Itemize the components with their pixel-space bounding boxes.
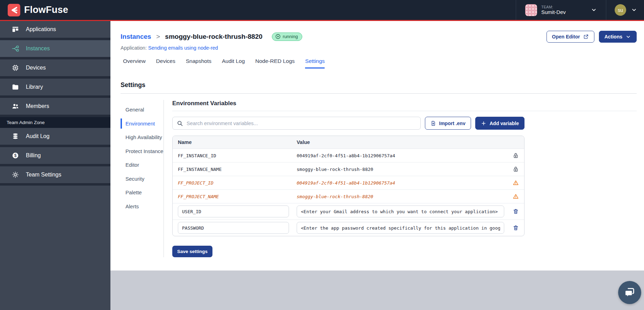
footer-area (110, 271, 644, 310)
env-var-row: FF_INSTANCE_NAME smoggy-blue-rock-thrush… (173, 163, 524, 176)
sidebar-filler (0, 186, 110, 310)
instance-tabs: OverviewDevicesSnapshotsAudit LogNode-RE… (121, 58, 637, 69)
settings-nav-item-palette[interactable]: Palette (121, 186, 164, 200)
settings-nav-item-security[interactable]: Security (121, 172, 164, 186)
audit-log-icon (12, 132, 19, 140)
breadcrumb: Instances > smoggy-blue-rock-thrush-8820 (121, 33, 262, 41)
env-var-row: PASSWORD <Enter the app password created… (173, 220, 524, 236)
chevron-down-icon (625, 34, 631, 39)
team-switcher[interactable]: TEAM: Sumit-Dev (516, 0, 606, 20)
sidebar-item-library[interactable]: Library (0, 79, 110, 98)
settings-nav-item-protect-instance[interactable]: Protect Instance (121, 144, 164, 158)
members-icon (12, 102, 19, 110)
sidebar-item-label: Team Settings (26, 172, 61, 178)
devices-icon (12, 64, 19, 72)
env-var-row: USER_ID <Enter your Gmail address to whi… (173, 203, 524, 220)
env-var-row: FF_PROJECT_ID 004919af-2cf0-4f51-a8b4-1b… (173, 176, 524, 190)
env-var-name-input[interactable] (178, 206, 289, 217)
settings-nav-item-general[interactable]: General (121, 103, 164, 117)
env-variables-table: Name Value FF_INSTANCE_ID 004919af-2cf0-… (172, 136, 524, 236)
env-var-value-input[interactable] (297, 206, 504, 217)
sidebar-item-audit-log[interactable]: Audit Log (0, 128, 110, 147)
section-title: Environment Variables (172, 100, 637, 111)
sidebar-item-label: Members (26, 103, 49, 109)
breadcrumb-separator: > (156, 33, 160, 40)
sidebar-item-instances[interactable]: Instances (0, 40, 110, 59)
chevron-down-icon (591, 7, 597, 13)
application-line: Application: Sending emails using node-r… (121, 45, 637, 51)
library-icon (12, 83, 19, 91)
page-title: Settings (121, 81, 637, 89)
settings-nav-item-alerts[interactable]: Alerts (121, 200, 164, 214)
sidebar-item-label: Billing (26, 152, 41, 159)
env-var-value: 004919af-2cf0-4f51-a8b4-1b12906757a4 (297, 180, 395, 186)
warning-icon (513, 193, 519, 200)
save-settings-button[interactable]: Save settings (172, 246, 212, 257)
table-header: Name Value (173, 136, 524, 149)
chevron-down-icon (631, 7, 637, 13)
search-input[interactable] (187, 121, 416, 126)
status-badge: running (272, 33, 302, 41)
user-menu[interactable]: su (606, 0, 644, 20)
sidebar-item-billing[interactable]: $ Billing (0, 147, 110, 166)
env-var-value: smoggy-blue-rock-thrush-8820 (297, 194, 373, 199)
delete-variable-button[interactable] (513, 208, 519, 215)
team-avatar (525, 4, 537, 16)
chat-widget-button[interactable] (618, 281, 641, 304)
sidebar-item-members[interactable]: Members (0, 98, 110, 117)
tab-snapshots[interactable]: Snapshots (186, 58, 211, 69)
settings-nav-item-editor[interactable]: Editor (121, 158, 164, 172)
sidebar-item-team-settings[interactable]: Team Settings (0, 166, 110, 186)
search-box (172, 117, 421, 130)
team-settings-icon (12, 171, 19, 179)
tab-settings[interactable]: Settings (305, 58, 325, 69)
tab-overview[interactable]: Overview (123, 58, 146, 69)
external-link-icon (583, 34, 589, 39)
trash-icon (513, 225, 519, 231)
sidebar-item-label: Devices (26, 65, 46, 71)
env-var-value-input[interactable] (297, 222, 504, 234)
breadcrumb-instances-link[interactable]: Instances (121, 33, 151, 40)
import-env-button[interactable]: Import .env (425, 117, 471, 130)
open-editor-button[interactable]: Open Editor (547, 31, 594, 43)
actions-button[interactable]: Actions (599, 31, 637, 43)
sidebar-item-label: Applications (26, 26, 56, 33)
settings-nav-item-high-availability[interactable]: High Availability (121, 130, 164, 144)
flowfuse-logo[interactable]: FlowFuse (8, 4, 68, 16)
main-content: Instances > smoggy-blue-rock-thrush-8820… (110, 21, 644, 271)
team-name: Sumit-Dev (541, 9, 566, 15)
env-var-name: FF_INSTANCE_NAME (178, 167, 222, 172)
add-variable-button[interactable]: Add variable (475, 117, 524, 130)
tab-devices[interactable]: Devices (156, 58, 175, 69)
sidebar-item-label: Audit Log (26, 133, 50, 139)
sidebar-item-label: Library (26, 84, 43, 90)
delete-variable-button[interactable] (513, 225, 519, 231)
applications-icon (12, 26, 19, 33)
logo-text: FlowFuse (24, 5, 68, 15)
env-var-name: FF_INSTANCE_ID (178, 153, 216, 158)
tab-audit-log[interactable]: Audit Log (222, 58, 245, 69)
team-label: TEAM: (541, 5, 566, 9)
settings-nav-item-environment[interactable]: Environment (121, 117, 164, 131)
sidebar-item-devices[interactable]: Devices (0, 59, 110, 79)
application-link[interactable]: Sending emails using node-red (148, 45, 218, 51)
tab-node-red-logs[interactable]: Node-RED Logs (255, 58, 295, 69)
env-var-value: smoggy-blue-rock-thrush-8820 (297, 167, 373, 172)
column-header-value: Value (297, 139, 519, 145)
chat-icon (624, 287, 636, 298)
play-circle-icon (275, 34, 281, 39)
column-header-name: Name (178, 139, 297, 145)
env-var-row: FF_PROJECT_NAME smoggy-blue-rock-thrush-… (173, 190, 524, 203)
topbar: FlowFuse TEAM: Sumit-Dev su (0, 0, 644, 20)
env-var-value: 004919af-2cf0-4f51-a8b4-1b12906757a4 (297, 153, 395, 158)
sidebar-item-applications[interactable]: Applications (0, 21, 110, 40)
plus-icon (481, 121, 486, 126)
env-var-name: FF_PROJECT_ID (178, 180, 214, 186)
lock-icon (513, 152, 519, 159)
user-avatar: su (615, 4, 626, 16)
trash-icon (513, 208, 519, 215)
title-divider (121, 93, 637, 94)
env-var-name-input[interactable] (178, 222, 289, 234)
svg-text:$: $ (14, 153, 17, 158)
search-icon (177, 120, 183, 127)
